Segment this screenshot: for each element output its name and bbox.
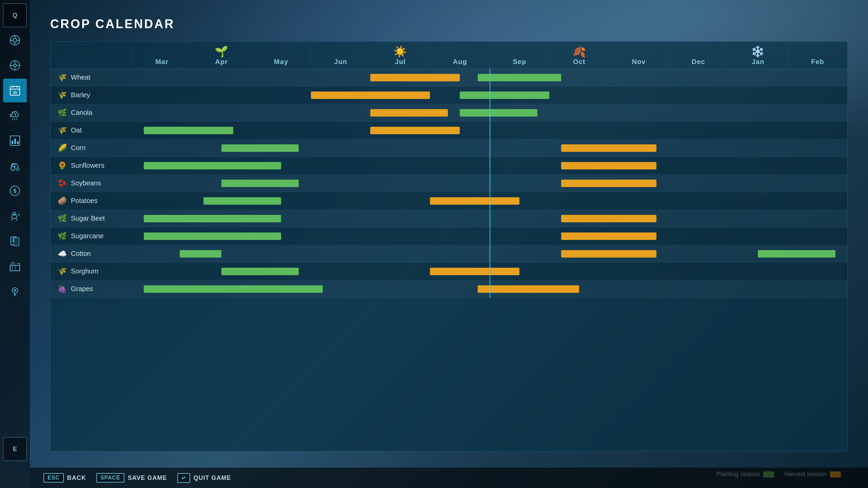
table-row: 🌽Corn: [51, 139, 847, 157]
month-label-May: May: [274, 58, 288, 66]
crop-bars-8: [132, 210, 847, 227]
crop-bars-5: [132, 157, 847, 174]
table-row: 🌾Wheat: [51, 69, 847, 86]
months-area: Mar🌱AprMayJun☀️JulAugSep🍂OctNovDec❄️JanF…: [132, 42, 847, 68]
crop-label-barley: Barley: [71, 91, 90, 99]
sidebar-item-calendar[interactable]: 15: [3, 79, 27, 102]
table-row: 🌾Barley: [51, 86, 847, 104]
current-time-line: [490, 227, 490, 245]
crop-icon-grapes: 🍇: [57, 285, 67, 293]
sidebar-item-wheel[interactable]: [3, 54, 27, 77]
crop-name-grapes: 🍇Grapes: [51, 285, 132, 293]
table-row: 🌿Sugarcane: [51, 227, 847, 245]
month-col-May: May: [251, 42, 311, 68]
quit-label: QUIT GAME: [194, 474, 231, 482]
esc-key[interactable]: ESC: [43, 473, 64, 483]
table-row: 🍇Grapes: [51, 280, 847, 298]
svg-point-45: [14, 289, 16, 291]
svg-rect-24: [17, 141, 19, 144]
crop-label-sunflowers: Sunflowers: [71, 162, 104, 169]
back-label: BACK: [67, 474, 86, 482]
sidebar-item-stats[interactable]: [3, 129, 27, 152]
bar-green-8-0: [144, 215, 281, 222]
table-row: 🌾Sorghum: [51, 263, 847, 280]
svg-line-19: [14, 118, 15, 120]
sidebar-item-farm[interactable]: [3, 28, 27, 52]
bar-green-10-2: [758, 250, 835, 258]
month-label-Sep: Sep: [513, 58, 527, 66]
svg-point-1: [13, 38, 17, 42]
svg-line-32: [12, 219, 12, 221]
month-col-Nov: Nov: [609, 42, 669, 68]
crop-bars-11: [132, 263, 847, 280]
table-row: 🌾Oat: [51, 122, 847, 139]
crop-name-oat: 🌾Oat: [51, 126, 132, 135]
month-label-Nov: Nov: [632, 58, 646, 66]
current-time-line: [490, 157, 490, 174]
month-col-Mar: Mar: [132, 42, 192, 68]
bar-orange-10-1: [561, 250, 656, 258]
sidebar: Q 15: [0, 0, 30, 488]
month-header: Mar🌱AprMayJun☀️JulAugSep🍂OctNovDec❄️JanF…: [51, 42, 847, 69]
crop-label-soybeans: Soybeans: [71, 179, 101, 187]
sidebar-item-q[interactable]: Q: [3, 3, 27, 27]
crop-icon-corn: 🌽: [57, 144, 67, 152]
quit-action[interactable]: ↵ QUIT GAME: [177, 473, 231, 483]
bar-orange-3-1: [370, 127, 460, 134]
crop-name-sunflowers: 🌻Sunflowers: [51, 161, 132, 170]
bar-green-1-1: [460, 92, 549, 99]
crop-icon-sugar-beet: 🌿: [57, 214, 67, 223]
table-row: 🫘Soybeans: [51, 175, 847, 192]
crop-icon-wheat: 🌾: [57, 73, 67, 82]
sidebar-item-tractor[interactable]: [3, 154, 27, 178]
month-label-Jul: Jul: [395, 58, 406, 66]
crop-bars-2: [132, 104, 847, 121]
month-col-Jul: ☀️Jul: [370, 42, 430, 68]
svg-line-18: [12, 118, 13, 120]
svg-text:15: 15: [13, 90, 17, 95]
month-col-Feb: Feb: [788, 42, 847, 68]
crop-bars-7: [132, 192, 847, 209]
svg-line-20: [16, 118, 17, 120]
crop-icon-canola: 🌿: [57, 108, 67, 117]
sidebar-item-mission[interactable]: [3, 279, 27, 303]
sidebar-item-animals[interactable]: [3, 204, 27, 228]
crop-name-sugar-beet: 🌿Sugar Beet: [51, 214, 132, 223]
sidebar-item-weather[interactable]: [3, 104, 27, 127]
crop-bars-6: [132, 175, 847, 192]
crop-label-grapes: Grapes: [71, 285, 93, 293]
crop-label-potatoes: Potatoes: [71, 197, 98, 205]
sidebar-item-money[interactable]: $: [3, 179, 27, 203]
space-key[interactable]: SPACE: [96, 473, 124, 483]
crop-icon-barley: 🌾: [57, 91, 67, 100]
crop-bars-10: [132, 245, 847, 262]
crop-label-corn: Corn: [71, 144, 85, 152]
sidebar-item-books[interactable]: [3, 229, 27, 253]
crop-name-sorghum: 🌾Sorghum: [51, 267, 132, 276]
bar-orange-11-1: [430, 268, 519, 275]
bar-orange-2-0: [370, 109, 448, 117]
table-row: 🥔Potatoes: [51, 192, 847, 210]
month-col-Sep: Sep: [490, 42, 549, 68]
bar-green-11-0: [221, 268, 299, 275]
crop-name-sugarcane: 🌿Sugarcane: [51, 232, 132, 241]
enter-key[interactable]: ↵: [177, 473, 190, 483]
crop-label-canola: Canola: [71, 109, 92, 117]
crop-icon-potatoes: 🥔: [57, 197, 67, 205]
sidebar-item-production[interactable]: [3, 254, 27, 278]
season-icon-4: ☀️: [393, 45, 407, 58]
sidebar-item-e[interactable]: E: [3, 437, 27, 461]
svg-rect-22: [12, 141, 13, 144]
crop-icon-oat: 🌾: [57, 126, 67, 135]
month-label-Oct: Oct: [573, 58, 585, 66]
save-action[interactable]: SPACE SAVE GAME: [96, 473, 167, 483]
bar-green-10-0: [180, 250, 221, 258]
svg-rect-40: [12, 263, 14, 265]
page-title: CROP CALENDAR: [50, 17, 848, 31]
calendar-container: Mar🌱AprMayJun☀️JulAugSep🍂OctNovDec❄️JanF…: [50, 41, 848, 451]
crop-label-wheat: Wheat: [71, 74, 91, 81]
month-col-Aug: Aug: [430, 42, 490, 68]
back-action[interactable]: ESC BACK: [43, 473, 86, 483]
month-label-Jun: Jun: [334, 58, 348, 66]
current-time-line: [490, 245, 490, 262]
